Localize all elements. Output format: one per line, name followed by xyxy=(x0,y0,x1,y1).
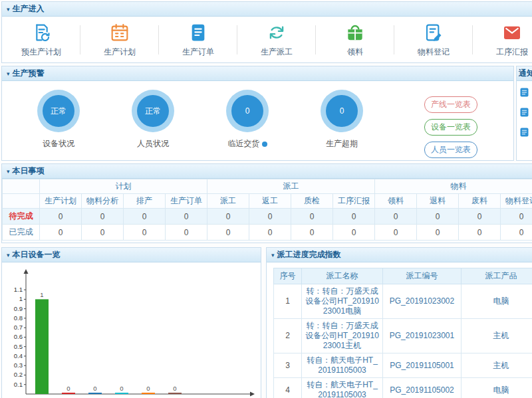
column-header: 物料分析 xyxy=(82,194,124,209)
overview-link-2[interactable]: 设备一览表 xyxy=(424,119,477,136)
notice-doc-icon xyxy=(520,128,529,139)
count-cell[interactable]: 0 xyxy=(333,225,375,241)
overview-link-3[interactable]: 人员一览表 xyxy=(424,142,477,158)
count-cell[interactable]: 0 xyxy=(249,209,291,225)
today-equipment-header[interactable]: ▾本日设备一览 xyxy=(2,248,261,262)
count-cell[interactable]: 0 xyxy=(40,225,82,241)
dispatch-code: PG_20191105001 xyxy=(383,353,462,378)
count-cell[interactable]: 0 xyxy=(417,209,459,225)
panel-today-items: ▾本日事项 计划派工物料生产计划物料分析排产生产订单派工返工质检工序汇报领料退料… xyxy=(1,163,532,243)
svg-text:0.8: 0.8 xyxy=(14,314,23,322)
count-cell[interactable]: 0 xyxy=(207,225,249,241)
svg-text:1: 1 xyxy=(40,291,43,298)
dispatch-code: PG_20191023002 xyxy=(383,284,462,319)
gauge-ring: 0 xyxy=(321,90,363,132)
count-cell[interactable]: 0 xyxy=(459,225,501,241)
production-entry-header[interactable]: ▾生产进入 xyxy=(2,2,532,17)
dispatch-name: 转自：航天电子HT_20191105003 xyxy=(302,353,383,378)
gauge-value: 正常 xyxy=(137,95,169,127)
toolbar-item-label: 物料登记 xyxy=(418,47,450,58)
dispatch-row[interactable]: 4转自：航天电子HT_20191105003PG_20191105002电脑 xyxy=(274,378,532,398)
count-cell[interactable]: 0 xyxy=(82,209,124,225)
count-cell[interactable]: 0 xyxy=(417,225,459,241)
collapse-arrow-icon: ▾ xyxy=(271,252,275,258)
panel-title: 通知公告 xyxy=(519,68,532,78)
count-cell[interactable]: 0 xyxy=(249,225,291,241)
toolbar-item-1[interactable]: 预生产计划 xyxy=(2,17,80,63)
dispatch-row[interactable]: 1转：转自：万盛天成设备公司HT_20191023001电脑PG_2019102… xyxy=(274,284,532,319)
dispatch-progress-header[interactable]: ▾派工进度完成指数 xyxy=(267,248,532,262)
today-items-row: 已完成000000000000 xyxy=(3,225,532,241)
toolbar-item-7[interactable]: 工序汇报 xyxy=(473,17,532,63)
count-cell[interactable]: 0 xyxy=(459,209,501,225)
dispatch-progress-table: 序号派工名称派工编号派工产品1转：转自：万盛天成设备公司HT_201910230… xyxy=(273,268,532,398)
panel-production-warning: ▾生产预警 正常设备状况正常人员状况0临近交货0生产超期 产线一览表设备一览表人… xyxy=(1,66,514,161)
notice-header[interactable]: 通知公告 xyxy=(517,66,532,81)
production-dispatch-icon xyxy=(266,22,287,43)
toolbar-item-6[interactable]: 物料登记 xyxy=(394,17,473,63)
panel-notice: 通知公告 xyxy=(516,66,532,161)
status-gauge-1[interactable]: 正常设备状况 xyxy=(11,90,106,149)
count-cell[interactable]: 0 xyxy=(333,209,375,225)
svg-text:0.7: 0.7 xyxy=(14,324,23,331)
status-gauge-3[interactable]: 0临近交货 xyxy=(200,90,295,149)
production-warning-header[interactable]: ▾生产预警 xyxy=(2,66,513,81)
toolbar-item-4[interactable]: 生产派工 xyxy=(237,17,316,63)
count-cell[interactable]: 0 xyxy=(166,225,207,241)
toolbar-item-label: 生产派工 xyxy=(261,47,293,58)
status-gauges: 正常设备状况正常人员状况0临近交货0生产超期 xyxy=(11,90,389,149)
dispatch-row[interactable]: 2转：转自：万盛天成设备公司HT_20191023001主机PG_2019102… xyxy=(274,319,532,353)
material-register-icon xyxy=(423,22,444,43)
group-header: 物料 xyxy=(375,179,532,194)
count-cell[interactable]: 0 xyxy=(291,209,333,225)
count-cell[interactable]: 0 xyxy=(375,225,417,241)
count-cell[interactable]: 0 xyxy=(124,209,166,225)
status-gauge-2[interactable]: 正常人员状况 xyxy=(106,90,200,149)
panel-title: 本日事项 xyxy=(13,166,45,175)
column-header: 派工名称 xyxy=(302,268,383,284)
toolbar-item-label: 生产计划 xyxy=(104,47,136,58)
panel-title: 派工进度完成指数 xyxy=(277,250,341,259)
count-cell[interactable]: 0 xyxy=(291,225,333,241)
notice-item[interactable] xyxy=(520,88,532,99)
panel-title: 生产预警 xyxy=(13,68,45,78)
dispatch-row[interactable]: 3转自：航天电子HT_20191105003PG_20191105001主机 xyxy=(274,353,532,378)
gauge-label: 人员状况 xyxy=(137,138,169,149)
notice-item[interactable] xyxy=(520,108,532,119)
notice-item[interactable] xyxy=(520,128,532,139)
svg-text:0.6: 0.6 xyxy=(14,333,23,340)
column-header: 序号 xyxy=(274,268,302,284)
pre-production-plan-icon xyxy=(31,22,52,43)
column-header: 派工产品 xyxy=(462,268,532,284)
count-cell[interactable]: 0 xyxy=(40,209,82,225)
column-header: 退料 xyxy=(417,194,459,209)
count-cell[interactable]: 0 xyxy=(501,225,532,241)
toolbar-item-2[interactable]: 生产计划 xyxy=(80,17,159,63)
gauge-value: 正常 xyxy=(43,95,74,127)
count-cell[interactable]: 0 xyxy=(82,225,124,241)
toolbar-item-label: 生产订单 xyxy=(182,47,214,58)
toolbar-item-5[interactable]: 领料 xyxy=(316,17,394,63)
overview-link-1[interactable]: 产线一览表 xyxy=(424,96,477,113)
stub-cell xyxy=(3,179,40,194)
toolbar-item-3[interactable]: 生产订单 xyxy=(159,17,237,63)
count-cell[interactable]: 0 xyxy=(375,209,417,225)
column-header: 废料 xyxy=(459,194,501,209)
today-items-header[interactable]: ▾本日事项 xyxy=(2,164,532,179)
svg-text:0.4: 0.4 xyxy=(14,352,23,359)
collapse-arrow-icon: ▾ xyxy=(7,252,10,258)
dispatch-no: 3 xyxy=(274,353,302,378)
info-dot-icon xyxy=(262,142,267,147)
dispatch-no: 2 xyxy=(274,319,302,353)
collapse-arrow-icon: ▾ xyxy=(7,168,10,175)
count-cell[interactable]: 0 xyxy=(166,209,207,225)
column-header: 质检 xyxy=(291,194,333,209)
gauge-value: 0 xyxy=(326,95,358,127)
row-label: 待完成 xyxy=(3,209,40,225)
count-cell[interactable]: 0 xyxy=(124,225,166,241)
status-gauge-4[interactable]: 0生产超期 xyxy=(295,90,389,149)
count-cell[interactable]: 0 xyxy=(207,209,249,225)
dispatch-code: PG_20191023001 xyxy=(383,319,462,353)
count-cell[interactable]: 0 xyxy=(501,209,532,225)
toolbar-item-label: 预生产计划 xyxy=(21,47,61,58)
